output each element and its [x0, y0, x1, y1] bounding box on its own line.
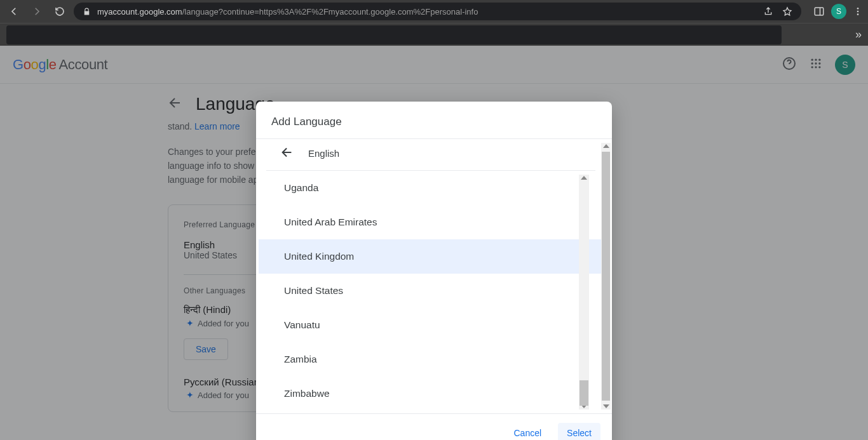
address-bar[interactable]: myaccount.google.com/language?continue=h… — [74, 3, 801, 20]
region-list: UgandaUnited Arab EmiratesUnited Kingdom… — [259, 171, 606, 413]
region-option[interactable]: United Kingdom — [259, 239, 606, 274]
region-option[interactable]: Vanuatu — [259, 308, 606, 342]
overflow-icon[interactable]: » — [855, 28, 862, 41]
url-text: myaccount.google.com/language?continue=h… — [97, 7, 478, 17]
forward-button[interactable] — [28, 3, 46, 20]
reload-button[interactable] — [51, 3, 69, 20]
region-option[interactable]: United States — [259, 274, 606, 308]
svg-rect-0 — [815, 8, 824, 15]
panel-icon[interactable] — [813, 6, 825, 17]
region-option[interactable]: Uganda — [259, 171, 606, 205]
bookmarks-bar: » — [0, 23, 868, 46]
select-button[interactable]: Select — [558, 423, 600, 440]
svg-point-1 — [857, 8, 859, 10]
outer-scrollbar[interactable] — [601, 143, 611, 410]
inner-scrollbar[interactable] — [579, 175, 589, 410]
menu-icon[interactable] — [853, 6, 863, 17]
add-language-dialog: Add Language English UgandaUnited Arab E… — [256, 102, 612, 440]
dialog-back-icon[interactable] — [280, 145, 294, 161]
lock-icon — [83, 8, 91, 16]
dialog-title: Add Language — [256, 102, 612, 139]
share-icon[interactable] — [763, 6, 773, 17]
region-option[interactable]: United Arab Emirates — [259, 205, 606, 239]
svg-point-2 — [857, 11, 859, 13]
browser-toolbar: myaccount.google.com/language?continue=h… — [0, 0, 868, 23]
svg-point-3 — [857, 13, 859, 15]
profile-avatar[interactable]: S — [831, 4, 846, 19]
region-option[interactable]: Zimbabwe — [259, 377, 606, 411]
region-option[interactable]: Zambia — [259, 342, 606, 377]
cancel-button[interactable]: Cancel — [505, 423, 550, 440]
parent-language-label: English — [308, 148, 339, 159]
bookmark-area[interactable] — [6, 25, 782, 44]
star-icon[interactable] — [782, 6, 792, 17]
back-button[interactable] — [5, 3, 23, 20]
page-content: GoogleAccount S Language stand. Learn mo… — [0, 46, 868, 440]
